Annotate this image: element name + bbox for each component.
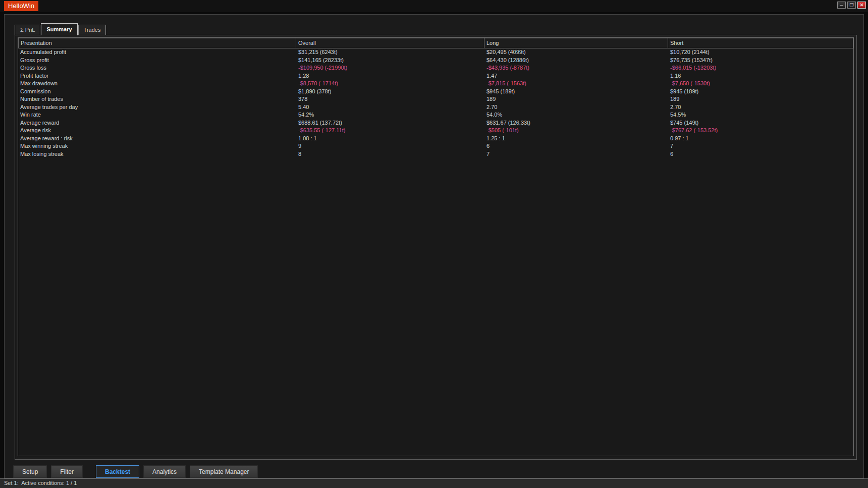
app-window: { "window": { "title": "HelloWin", "cont… [0, 0, 868, 488]
row-label: Max drawdown [18, 80, 296, 88]
value-long: -$505 (-101t) [484, 127, 668, 135]
table-row[interactable]: Average reward : risk1.08 : 11.25 : 10.9… [18, 135, 853, 143]
value-long: -$7,815 (-1563t) [484, 80, 668, 88]
table-header-row: PresentationOverallLongShort [18, 38, 853, 48]
value-long: 189 [484, 95, 668, 103]
table-body: Accumulated profit$31,215 (6243t)$20,495… [18, 48, 853, 158]
value-short: 6 [668, 150, 853, 158]
value-overall: -$8,570 (-1714t) [296, 80, 484, 88]
row-label: Max winning streak [18, 142, 296, 150]
value-overall: -$635.55 (-127.11t) [296, 127, 484, 135]
column-header-short[interactable]: Short [668, 38, 853, 48]
row-label: Average reward : risk [18, 135, 296, 143]
value-overall: 5.40 [296, 103, 484, 112]
table-row[interactable]: Max losing streak876 [18, 150, 853, 158]
status-bar: Set 1: Active conditions: 1 / 1 [0, 478, 868, 488]
bottom-tab-analytics[interactable]: Analytics [143, 465, 186, 478]
value-short: -$767.62 (-153.52t) [668, 127, 853, 135]
value-short: 189 [668, 95, 853, 103]
summary-table: PresentationOverallLongShort Accumulated… [18, 37, 854, 456]
window-controls: ─ ❐ ✕ [837, 2, 866, 9]
value-overall: 54.2% [296, 111, 484, 119]
row-label: Gross loss [18, 64, 296, 72]
table-row[interactable]: Accumulated profit$31,215 (6243t)$20,495… [18, 48, 853, 57]
value-short: -$66,015 (-13203t) [668, 64, 853, 72]
value-long: -$43,935 (-8787t) [484, 64, 668, 72]
table-row[interactable]: Profit factor1.281.471.16 [18, 72, 853, 80]
value-short: -$7,650 (-1530t) [668, 80, 853, 88]
top-tab-strip: Σ PnLSummaryTrades [15, 23, 106, 35]
value-long: 6 [484, 142, 668, 150]
value-short: 0.97 : 1 [668, 135, 853, 143]
restore-icon[interactable]: ❐ [847, 2, 856, 9]
row-label: Profit factor [18, 72, 296, 80]
value-long: $945 (189t) [484, 88, 668, 96]
table-row[interactable]: Average risk-$635.55 (-127.11t)-$505 (-1… [18, 127, 853, 135]
tab-summary[interactable]: Summary [41, 23, 77, 35]
table-row[interactable]: Average trades per day5.402.702.70 [18, 103, 853, 112]
value-short: $76,735 (15347t) [668, 57, 853, 65]
close-icon[interactable]: ✕ [857, 2, 866, 9]
table-row[interactable]: Win rate54.2%54.0%54.5% [18, 111, 853, 119]
value-long: 7 [484, 150, 668, 158]
value-overall: 8 [296, 150, 484, 158]
value-overall: $141,165 (28233t) [296, 57, 484, 65]
value-short: 54.5% [668, 111, 853, 119]
bottom-tab-filter[interactable]: Filter [51, 465, 83, 478]
value-short: 2.70 [668, 103, 853, 112]
row-label: Average reward [18, 119, 296, 127]
table-row[interactable]: Max winning streak967 [18, 142, 853, 150]
value-long: 1.47 [484, 72, 668, 80]
window-title: HelloWin [4, 1, 38, 11]
value-short: $10,720 (2144t) [668, 48, 853, 57]
tab--pnl[interactable]: Σ PnL [15, 25, 40, 35]
value-short: $745 (149t) [668, 119, 853, 127]
value-short: 1.16 [668, 72, 853, 80]
value-overall: 1.08 : 1 [296, 135, 484, 143]
value-long: 2.70 [484, 103, 668, 112]
table-row[interactable]: Average reward$688.61 (137.72t)$631.67 (… [18, 119, 853, 127]
value-long: $64,430 (12886t) [484, 57, 668, 65]
table-row[interactable]: Gross profit$141,165 (28233t)$64,430 (12… [18, 57, 853, 65]
row-label: Commission [18, 88, 296, 96]
value-long: $631.67 (126.33t) [484, 119, 668, 127]
bottom-tab-strip: SetupFilterBacktestAnalyticsTemplate Man… [13, 465, 258, 478]
table-row[interactable]: Number of trades378189189 [18, 95, 853, 103]
value-short: $945 (189t) [668, 88, 853, 96]
value-overall: $1,890 (378t) [296, 88, 484, 96]
table-row[interactable]: Commission$1,890 (378t)$945 (189t)$945 (… [18, 88, 853, 96]
row-label: Average trades per day [18, 103, 296, 112]
table-row[interactable]: Max drawdown-$8,570 (-1714t)-$7,815 (-15… [18, 80, 853, 88]
value-overall: -$109,950 (-21990t) [296, 64, 484, 72]
column-header-presentation[interactable]: Presentation [18, 38, 296, 48]
row-label: Max losing streak [18, 150, 296, 158]
value-long: 1.25 : 1 [484, 135, 668, 143]
column-header-overall[interactable]: Overall [296, 38, 484, 48]
value-overall: 9 [296, 142, 484, 150]
value-overall: $31,215 (6243t) [296, 48, 484, 57]
title-bar: HelloWin ─ ❐ ✕ [0, 0, 868, 12]
minimize-icon[interactable]: ─ [837, 2, 846, 9]
value-overall: $688.61 (137.72t) [296, 119, 484, 127]
tab-trades[interactable]: Trades [78, 25, 106, 35]
column-header-long[interactable]: Long [484, 38, 668, 48]
summary-tab-page: PresentationOverallLongShort Accumulated… [15, 35, 857, 460]
value-long: 54.0% [484, 111, 668, 119]
value-long: $20,495 (4099t) [484, 48, 668, 57]
row-label: Average risk [18, 127, 296, 135]
row-label: Accumulated profit [18, 48, 296, 57]
table-row[interactable]: Gross loss-$109,950 (-21990t)-$43,935 (-… [18, 64, 853, 72]
client-panel: Σ PnLSummaryTrades PresentationOverallLo… [4, 14, 864, 478]
value-overall: 378 [296, 95, 484, 103]
bottom-tab-backtest[interactable]: Backtest [96, 465, 139, 478]
row-label: Number of trades [18, 95, 296, 103]
row-label: Gross profit [18, 57, 296, 65]
value-short: 7 [668, 142, 853, 150]
bottom-tab-template-manager[interactable]: Template Manager [190, 465, 258, 478]
row-label: Win rate [18, 111, 296, 119]
value-overall: 1.28 [296, 72, 484, 80]
status-text: Set 1: Active conditions: 1 / 1 [4, 480, 77, 486]
bottom-tab-setup[interactable]: Setup [13, 465, 47, 478]
